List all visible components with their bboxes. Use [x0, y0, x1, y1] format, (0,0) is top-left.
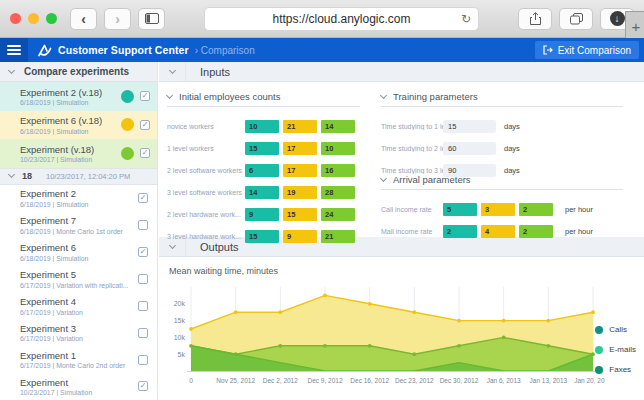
sidebar-panel-icon: [145, 13, 159, 24]
experiment-checkbox[interactable]: [138, 220, 148, 230]
experiment-value-chip: 15: [245, 230, 279, 243]
employee-count-row: 3 level hardware work...15921: [167, 229, 360, 243]
parameter-label: Call income rate: [381, 206, 443, 213]
experiment-subtitle: 6/18/2019 | Simulation: [20, 255, 138, 262]
legend-item[interactable]: Calls: [595, 325, 636, 334]
svg-text:0: 0: [189, 377, 193, 384]
experiment-list-item[interactable]: Experiment 36/17/2019 | Variation: [0, 319, 157, 346]
model-version-group-header[interactable]: 18 10/23/2017, 12:04:20 PM: [0, 168, 157, 185]
legend-item[interactable]: E-mails: [595, 345, 636, 354]
experiment-value-chip: 15: [245, 142, 279, 155]
model-version-timestamp: 10/23/2017, 12:04:20 PM: [46, 172, 130, 181]
experiment-checkbox[interactable]: [138, 328, 148, 338]
selected-experiment-row[interactable]: Experiment 6 (v.18)6/18/2019 | Simulatio…: [0, 111, 157, 140]
experiment-color-dot: [121, 90, 134, 103]
experiment-list-item[interactable]: Experiment 66/18/2019 | Simulation✓: [0, 239, 157, 266]
experiment-list-item[interactable]: Experiment 46/17/2019 | Variation: [0, 292, 157, 319]
address-bar[interactable]: https://cloud.anylogic.com ↻: [204, 7, 479, 31]
experiment-title: Experiment: [20, 377, 138, 388]
experiment-checkbox[interactable]: [138, 274, 148, 284]
experiment-value-chip: 10: [245, 120, 279, 133]
model-version-label: 18: [22, 171, 32, 181]
svg-text:5k: 5k: [178, 351, 186, 358]
experiment-list-item[interactable]: Experiment 76/18/2019 | Monte Carlo 1st …: [0, 212, 157, 239]
experiment-checkbox[interactable]: ✓: [138, 247, 148, 257]
download-icon: ↓: [610, 11, 625, 26]
experiment-value-chip: 4: [481, 225, 515, 238]
legend-color-dot: [595, 346, 603, 354]
experiment-value-chip: 16: [321, 164, 355, 177]
experiment-value-chip: 24: [321, 208, 355, 221]
app-bar: Customer Support Center › Comparison Exi…: [0, 38, 644, 62]
compare-experiments-header[interactable]: Compare experiments: [0, 62, 157, 82]
experiment-subtitle: 6/18/2019 | Simulation: [20, 128, 121, 135]
experiment-list-item[interactable]: Experiment 26/18/2019 | Simulation✓: [0, 185, 157, 212]
experiment-color-dot: [121, 118, 134, 131]
inputs-section-label: Inputs: [185, 62, 644, 81]
experiment-value-chip: 17: [283, 164, 317, 177]
close-window-icon[interactable]: [10, 13, 21, 24]
share-icon: [530, 12, 541, 25]
selected-experiment-row[interactable]: Experiment (v.18)10/23/2017 | Simulation…: [0, 139, 157, 168]
employee-count-row: 1 level workers151710: [167, 141, 360, 155]
reload-icon[interactable]: ↻: [461, 12, 471, 26]
arrival-parameters-header[interactable]: Arrival parameters: [381, 174, 623, 190]
training-parameters-group: Training parameters Time studying to 1 l…: [381, 91, 623, 185]
experiment-value-chip: 21: [283, 120, 317, 133]
inputs-section-header[interactable]: Inputs: [159, 62, 644, 82]
experiment-checkbox[interactable]: ✓: [140, 148, 150, 158]
tab-overview-button[interactable]: [559, 8, 593, 30]
experiment-title: Experiment 2 (v.18): [20, 87, 121, 98]
back-button[interactable]: ‹: [70, 8, 97, 30]
experiment-subtitle: 6/18/2019 | Monte Carlo 1st order: [20, 228, 138, 235]
share-button[interactable]: [518, 8, 552, 30]
minimize-window-icon[interactable]: [28, 13, 39, 24]
experiment-value-chip: 2: [519, 203, 553, 216]
inputs-panel: Initial employees counts novice workers1…: [159, 82, 644, 237]
experiment-checkbox[interactable]: ✓: [138, 381, 148, 391]
parameter-value-input[interactable]: 60: [443, 142, 496, 155]
initial-employees-header[interactable]: Initial employees counts: [167, 91, 360, 107]
experiment-value-chip: 9: [283, 230, 317, 243]
new-tab-button[interactable]: +: [625, 11, 644, 41]
window-controls: [10, 13, 57, 24]
svg-text:Jan 13, 2013: Jan 13, 2013: [530, 377, 568, 384]
experiment-checkbox[interactable]: [138, 355, 148, 365]
experiment-title: Experiment 7: [20, 215, 138, 226]
experiment-subtitle: 6/17/2019 | Variation: [20, 335, 138, 342]
legend-item[interactable]: Faxes: [595, 365, 636, 374]
parameter-unit: per hour: [565, 205, 593, 214]
exit-comparison-button[interactable]: Exit Comparison: [535, 41, 639, 59]
parameter-value-input[interactable]: 15: [443, 120, 496, 133]
training-parameters-header[interactable]: Training parameters: [381, 91, 623, 107]
hamburger-menu-icon[interactable]: [0, 38, 28, 62]
parameter-unit: days: [504, 144, 520, 153]
experiment-subtitle: 6/17/2019 | Monte Carlo 2nd order: [20, 362, 138, 369]
experiment-list-item[interactable]: Experiment 56/17/2019 | Variation with r…: [0, 265, 157, 292]
experiment-title: Experiment 5: [20, 269, 138, 280]
employee-count-row: 2 level software workers61716: [167, 163, 360, 177]
experiment-subtitle: 6/18/2019 | Simulation: [20, 201, 138, 208]
legend-color-dot: [595, 326, 603, 334]
legend-label: Faxes: [609, 365, 631, 374]
experiment-checkbox[interactable]: ✓: [138, 193, 148, 203]
experiment-subtitle: 6/17/2019 | Variation: [20, 309, 138, 316]
selected-experiment-row[interactable]: Experiment 2 (v.18)6/18/2019 | Simulatio…: [0, 82, 157, 111]
zoom-window-icon[interactable]: [46, 13, 57, 24]
parameter-label: 1 level workers: [167, 145, 245, 152]
experiment-title: Experiment 4: [20, 296, 138, 307]
employee-count-row: 3 level software workers141928: [167, 185, 360, 199]
experiment-list-item[interactable]: Experiment10/23/2017 | Simulation✓: [0, 373, 157, 400]
experiment-checkbox[interactable]: [138, 301, 148, 311]
mean-waiting-time-chart: 5k10k15k20k0Nov 25, 2012Dec 2, 2012Dec 9…: [163, 279, 605, 393]
training-parameter-row: Time studying to 2 level60days: [381, 141, 623, 155]
experiment-title: Experiment 6 (v.18): [20, 115, 121, 126]
experiment-list-item[interactable]: Experiment 16/17/2019 | Monte Carlo 2nd …: [0, 346, 157, 373]
experiment-checkbox[interactable]: ✓: [140, 91, 150, 101]
experiments-list: Experiment 26/18/2019 | Simulation✓Exper…: [0, 185, 157, 400]
parameter-unit: days: [504, 122, 520, 131]
forward-button[interactable]: ›: [104, 8, 131, 30]
sidebar-toggle-button[interactable]: [138, 8, 165, 30]
experiment-value-chip: 5: [443, 203, 477, 216]
experiment-checkbox[interactable]: ✓: [140, 120, 150, 130]
